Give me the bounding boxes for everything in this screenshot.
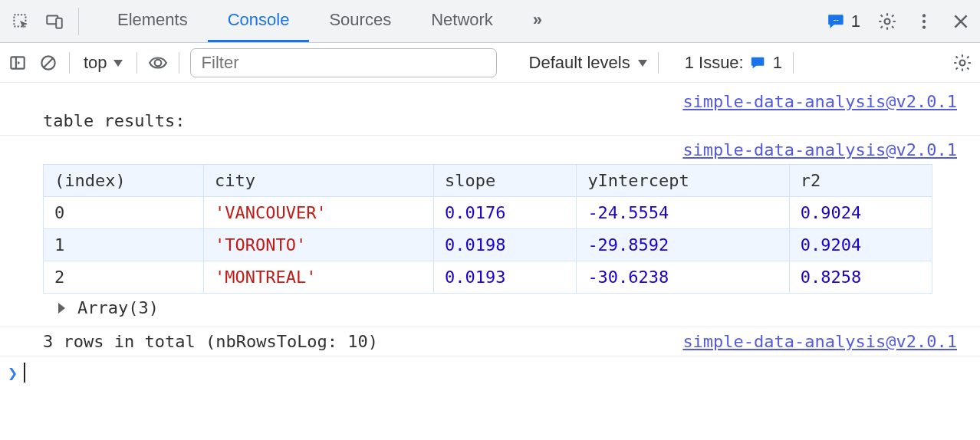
chat-icon: -- — [827, 11, 847, 31]
svg-point-11 — [960, 60, 965, 65]
source-link[interactable]: simple-data-analysis@v2.0.1 — [682, 332, 957, 351]
chevron-down-icon — [110, 53, 123, 73]
expand-arrow-icon — [58, 298, 70, 317]
issues-counter[interactable]: 1 Issue: 1 — [685, 53, 782, 73]
table-header-row: (index) city slope yIntercept r2 — [44, 165, 932, 197]
console-message: simple-data-analysis@v2.0.1 table result… — [0, 87, 980, 136]
devtools-tab-bar: Elements Console Sources Network » -- 1 — [0, 0, 980, 43]
source-link[interactable]: simple-data-analysis@v2.0.1 — [682, 92, 957, 111]
column-header[interactable]: yIntercept — [577, 165, 789, 197]
message-text: 3 rows in total (nbRowsToLog: 10) — [43, 332, 378, 351]
tab-console[interactable]: Console — [208, 0, 310, 42]
console-output: simple-data-analysis@v2.0.1 table result… — [0, 83, 980, 389]
source-link[interactable]: simple-data-analysis@v2.0.1 — [682, 140, 957, 159]
inspector-tools — [6, 8, 79, 35]
cell-yintercept: -29.8592 — [577, 229, 789, 261]
top-actions: -- 1 — [827, 11, 974, 31]
console-prompt[interactable]: ❯ — [0, 356, 980, 389]
cell-city: 'VANCOUVER' — [204, 197, 434, 229]
cell-r2: 0.9024 — [789, 197, 932, 229]
svg-rect-2 — [56, 18, 62, 28]
tab-sources[interactable]: Sources — [309, 0, 411, 42]
close-icon[interactable] — [951, 11, 971, 31]
cell-index: 1 — [44, 229, 204, 261]
cell-city: 'TORONTO' — [204, 229, 434, 261]
issues-badge-count: 1 — [851, 11, 860, 31]
tab-network[interactable]: Network — [411, 0, 513, 42]
issues-badge[interactable]: -- 1 — [827, 11, 860, 31]
log-levels-selector[interactable]: Default levels — [529, 53, 647, 73]
tabs-overflow-button[interactable]: » — [513, 0, 562, 42]
prompt-chevron-icon: ❯ — [8, 363, 18, 383]
svg-point-10 — [154, 59, 161, 66]
cell-index: 0 — [44, 197, 204, 229]
console-toolbar: top Default levels 1 Issue: 1 — [0, 43, 980, 83]
context-label: top — [84, 53, 107, 73]
svg-point-5 — [922, 14, 926, 17]
column-header[interactable]: r2 — [789, 165, 932, 197]
table-row: 2 'MONTREAL' 0.0193 -30.6238 0.8258 — [44, 261, 932, 294]
svg-text:--: -- — [833, 15, 839, 24]
chevron-down-icon — [635, 53, 647, 73]
cell-yintercept: -30.6238 — [577, 261, 789, 294]
issues-label: 1 Issue: — [685, 53, 744, 73]
text-cursor — [24, 363, 25, 383]
table-row: 0 'VANCOUVER' 0.0176 -24.5554 0.9024 — [44, 197, 932, 229]
svg-point-4 — [885, 18, 890, 24]
cell-city: 'MONTREAL' — [204, 261, 434, 294]
object-expander[interactable]: Array(3) — [43, 294, 972, 322]
settings-icon[interactable] — [877, 11, 897, 31]
column-header[interactable]: slope — [434, 165, 577, 197]
chat-icon — [750, 54, 767, 71]
device-toolbar-icon[interactable] — [44, 11, 64, 31]
cell-slope: 0.0176 — [434, 197, 577, 229]
column-header[interactable]: city — [204, 165, 434, 197]
panel-tabs: Elements Console Sources Network » — [97, 0, 562, 42]
cell-r2: 0.9204 — [789, 229, 932, 261]
cell-r2: 0.8258 — [789, 261, 932, 294]
cell-slope: 0.0193 — [434, 261, 577, 294]
expander-label: Array(3) — [77, 298, 159, 317]
console-settings-icon[interactable] — [952, 53, 972, 73]
live-expression-icon[interactable] — [148, 53, 168, 73]
table-row: 1 'TORONTO' 0.0198 -29.8592 0.9204 — [44, 229, 932, 261]
cell-yintercept: -24.5554 — [577, 197, 789, 229]
issues-count: 1 — [773, 53, 782, 73]
tab-elements[interactable]: Elements — [97, 0, 208, 42]
column-header[interactable]: (index) — [44, 165, 204, 197]
toggle-sidebar-icon[interactable] — [8, 53, 28, 73]
svg-point-6 — [922, 19, 926, 22]
svg-point-7 — [922, 25, 926, 28]
message-text: table results: — [43, 111, 972, 130]
console-table: (index) city slope yIntercept r2 0 'VANC… — [43, 164, 972, 322]
console-message: simple-data-analysis@v2.0.1 3 rows in to… — [0, 327, 980, 356]
console-message: simple-data-analysis@v2.0.1 (index) city… — [0, 136, 980, 327]
clear-console-icon[interactable] — [38, 53, 58, 73]
cell-index: 2 — [44, 261, 204, 294]
more-options-icon[interactable] — [914, 11, 934, 31]
filter-input[interactable] — [190, 48, 497, 77]
context-selector[interactable]: top — [81, 53, 126, 73]
cell-slope: 0.0198 — [434, 229, 577, 261]
levels-label: Default levels — [529, 53, 630, 73]
inspect-element-icon[interactable] — [11, 11, 31, 31]
